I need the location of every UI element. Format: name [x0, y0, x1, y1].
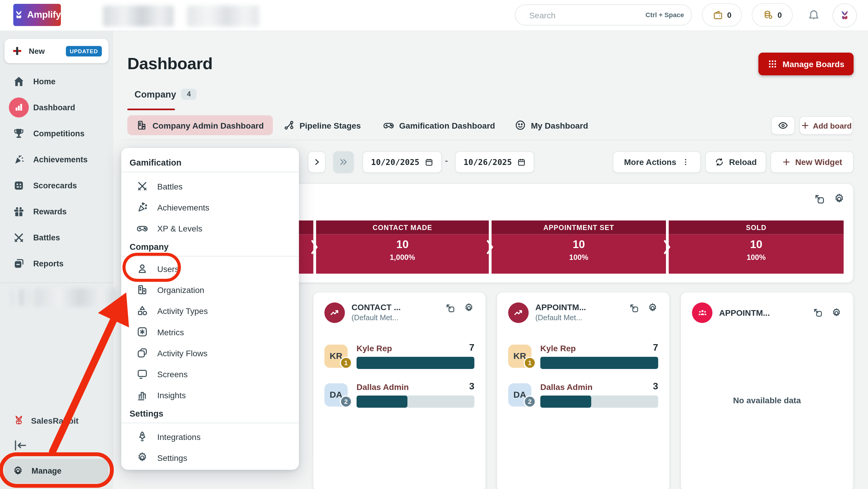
- date-next-button[interactable]: [308, 151, 326, 173]
- menu-item-battles[interactable]: Battles: [121, 176, 299, 197]
- row-value: 3: [653, 381, 658, 392]
- metric-asterisk-icon: [136, 326, 148, 338]
- visibility-button[interactable]: [771, 116, 795, 135]
- progress-track: [356, 357, 474, 369]
- menu-item-users[interactable]: Users: [121, 258, 299, 279]
- menu-section-title: Company: [129, 242, 168, 252]
- leaderboard-row[interactable]: DA 2 Dallas Admin 3: [324, 382, 474, 413]
- gear-icon[interactable]: [831, 307, 842, 318]
- expand-icon[interactable]: [445, 303, 456, 313]
- page-title: Dashboard: [127, 54, 213, 73]
- search-input[interactable]: [528, 10, 641, 20]
- subtab-pipeline-stages[interactable]: Pipeline Stages: [283, 115, 361, 135]
- manage-boards-button[interactable]: Manage Boards: [758, 53, 854, 76]
- reload-label: Reload: [729, 157, 757, 167]
- more-actions-label: More Actions: [624, 157, 676, 167]
- active-tab-underline: [127, 109, 175, 110]
- menu-item-label: Insights: [157, 390, 186, 400]
- widget-title: APPOINTM...: [719, 308, 813, 318]
- logo-text: Amplify: [27, 9, 61, 20]
- salesrabbit-icon: [13, 415, 24, 426]
- subtab-my-dashboard[interactable]: My Dashboard: [515, 115, 588, 135]
- gear-icon[interactable]: [647, 303, 658, 313]
- tab-company[interactable]: Company 4: [134, 89, 196, 99]
- date-range-separator: -: [445, 156, 447, 165]
- subtab-gamification-dashboard[interactable]: Gamification Dashboard: [383, 115, 495, 135]
- funnel-chevron-icon: [311, 240, 318, 254]
- salesrabbit-brand[interactable]: SalesRabbit: [0, 409, 114, 432]
- date-from-input[interactable]: 10/20/2025: [363, 151, 442, 173]
- people-icon: [692, 303, 712, 323]
- buildings-icon: [136, 284, 148, 296]
- leaderboard-row[interactable]: KR 1 Kyle Rep 7: [324, 344, 474, 375]
- sidebar-item-reports[interactable]: Reports: [0, 251, 114, 277]
- leaderboard-row[interactable]: DA 2 Dallas Admin 3: [508, 382, 658, 413]
- new-button[interactable]: New UPDATED: [4, 39, 108, 63]
- sidebar-item-scorecards[interactable]: Scorecards: [0, 173, 114, 198]
- manage-dropdown-menu: Gamification Battles Achievements XP & L…: [121, 148, 299, 470]
- menu-item-activity-flows[interactable]: Activity Flows: [121, 342, 299, 363]
- gift-icon: [12, 205, 25, 218]
- plus-icon: [11, 45, 23, 57]
- menu-item-achievements[interactable]: Achievements: [121, 197, 299, 218]
- expand-icon[interactable]: [629, 303, 640, 313]
- menu-item-xp-levels[interactable]: XP & Levels: [121, 218, 299, 238]
- menu-item-label: Activity Flows: [157, 348, 208, 358]
- funnel-stage-label: SOLD: [746, 224, 767, 231]
- menu-item-insights[interactable]: Insights: [121, 384, 299, 405]
- expand-icon[interactable]: [813, 308, 824, 318]
- sidebar-item-rewards[interactable]: Rewards: [0, 199, 114, 224]
- gear-icon: [12, 465, 24, 477]
- menu-item-metrics[interactable]: Metrics: [121, 321, 299, 342]
- row-name: Kyle Rep: [540, 344, 576, 353]
- new-widget-button[interactable]: New Widget: [771, 151, 854, 173]
- sidebar-item-competitions[interactable]: Competitions: [0, 121, 114, 146]
- wallet-balance-pill[interactable]: 0: [702, 3, 742, 27]
- notifications-button[interactable]: [807, 8, 820, 23]
- funnel-stage-label: CONTACT MADE: [373, 224, 432, 231]
- expand-icon[interactable]: [814, 193, 825, 205]
- row-name: Kyle Rep: [356, 344, 392, 353]
- progress-track: [540, 357, 658, 369]
- subtab-company-admin-dashboard[interactable]: Company Admin Dashboard: [127, 115, 273, 135]
- manage-button[interactable]: Manage: [4, 459, 108, 483]
- gear-icon[interactable]: [463, 303, 474, 313]
- reports-icon: [12, 257, 25, 270]
- menu-item-activity-types[interactable]: Activity Types: [121, 300, 299, 321]
- widget-title: APPOINTM...: [535, 303, 629, 312]
- leaderboard-row[interactable]: KR 1 Kyle Rep 7: [508, 344, 658, 375]
- menu-item-label: Metrics: [157, 327, 184, 337]
- overlapping-squares-icon: [136, 347, 148, 359]
- search-bar[interactable]: Ctrl + Space: [515, 4, 692, 25]
- sidebar-item-battles[interactable]: Battles: [0, 225, 114, 251]
- menu-item-screens[interactable]: Screens: [121, 363, 299, 384]
- more-actions-button[interactable]: More Actions: [613, 151, 701, 173]
- no-data-message: No available data: [681, 396, 853, 405]
- sidebar-item-label: Home: [33, 77, 56, 86]
- gear-icon[interactable]: [833, 193, 845, 205]
- row-value: 3: [469, 381, 474, 392]
- shapes-icon: [136, 305, 148, 317]
- collapse-sidebar-button[interactable]: [13, 439, 28, 452]
- menu-item-organization[interactable]: Organization: [121, 279, 299, 300]
- add-board-button[interactable]: Add board: [800, 116, 853, 135]
- date-to-value: 10/26/2025: [464, 157, 512, 167]
- menu-item-integrations[interactable]: Integrations: [121, 426, 299, 447]
- date-skip-button[interactable]: [333, 151, 354, 173]
- redacted-sidebar-item[interactable]: [34, 288, 117, 307]
- sidebar-item-achievements[interactable]: Achievements: [0, 147, 114, 172]
- sidebar-item-home[interactable]: Home: [0, 68, 114, 94]
- gems-balance-pill[interactable]: 0: [752, 3, 793, 27]
- plus-icon: [801, 121, 809, 130]
- menu-item-label: Activity Types: [157, 306, 208, 315]
- date-to-input[interactable]: 10/26/2025: [455, 151, 534, 173]
- funnel-widget-actions: [814, 193, 845, 205]
- new-widget-label: New Widget: [795, 157, 842, 167]
- menu-section-title: Settings: [129, 409, 163, 419]
- sidebar-item-dashboard[interactable]: Dashboard: [0, 95, 114, 120]
- user-avatar[interactable]: [833, 3, 857, 28]
- subtab-label: Company Admin Dashboard: [152, 121, 264, 130]
- menu-item-settings[interactable]: Settings: [121, 447, 299, 468]
- sidebar-divider: [0, 283, 114, 283]
- reload-button[interactable]: Reload: [705, 151, 766, 173]
